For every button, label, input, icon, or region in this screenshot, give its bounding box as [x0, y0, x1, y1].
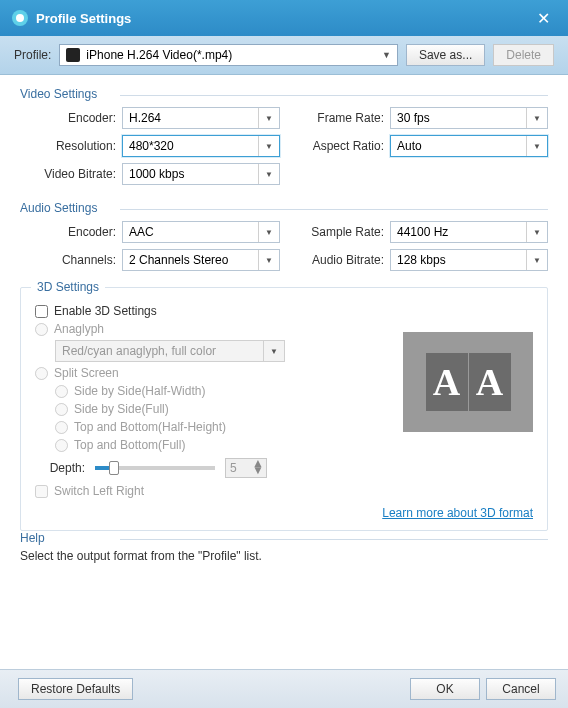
channels-select[interactable]: 2 Channels Stereo▼ — [122, 249, 280, 271]
audio-bitrate-label: Audio Bitrate: — [288, 253, 384, 267]
audio-settings-group: Audio Settings Encoder: AAC▼ Sample Rate… — [20, 201, 548, 271]
save-as-button[interactable]: Save as... — [406, 44, 485, 66]
close-icon[interactable]: ✕ — [531, 9, 556, 28]
resolution-label: Resolution: — [20, 139, 116, 153]
anaglyph-input — [35, 323, 48, 336]
chevron-down-icon: ▼ — [263, 341, 278, 361]
help-legend: Help — [20, 531, 53, 545]
device-icon — [66, 48, 80, 62]
framerate-select[interactable]: 30 fps▼ — [390, 107, 548, 129]
audio-encoder-select[interactable]: AAC▼ — [122, 221, 280, 243]
video-encoder-select[interactable]: H.264▼ — [122, 107, 280, 129]
profile-label: Profile: — [14, 48, 51, 62]
title-bar: Profile Settings ✕ — [0, 0, 568, 36]
footer-bar: Restore Defaults OK Cancel — [0, 669, 568, 708]
resolution-select[interactable]: 480*320▼ — [122, 135, 280, 157]
samplerate-select[interactable]: 44100 Hz▼ — [390, 221, 548, 243]
svg-point-0 — [16, 14, 24, 22]
chevron-down-icon: ▼ — [526, 136, 541, 156]
chevron-down-icon: ▼ — [258, 136, 273, 156]
anaglyph-mode-select: Red/cyan anaglyph, full color▼ — [55, 340, 285, 362]
channels-label: Channels: — [20, 253, 116, 267]
chevron-down-icon: ▼ — [258, 164, 273, 184]
audio-legend: Audio Settings — [20, 201, 105, 215]
depth-label: Depth: — [35, 461, 85, 475]
enable-3d-checkbox[interactable]: Enable 3D Settings — [35, 304, 533, 318]
app-icon — [12, 10, 28, 26]
window-title: Profile Settings — [36, 11, 531, 26]
video-settings-group: Video Settings Encoder: H.264▼ Frame Rat… — [20, 87, 548, 185]
chevron-down-icon: ▼ — [382, 50, 391, 60]
chevron-down-icon: ▼ — [258, 108, 273, 128]
video-bitrate-select[interactable]: 1000 kbps▼ — [122, 163, 280, 185]
audio-bitrate-select[interactable]: 128 kbps▼ — [390, 249, 548, 271]
video-bitrate-label: Video Bitrate: — [20, 167, 116, 181]
ok-button[interactable]: OK — [410, 678, 480, 700]
tb-full-radio: Top and Bottom(Full) — [55, 438, 533, 452]
help-text: Select the output format from the "Profi… — [20, 549, 548, 563]
video-legend: Video Settings — [20, 87, 105, 101]
chevron-down-icon: ▼ — [526, 250, 541, 270]
restore-defaults-button[interactable]: Restore Defaults — [18, 678, 133, 700]
aspect-select[interactable]: Auto▼ — [390, 135, 548, 157]
video-encoder-label: Encoder: — [20, 111, 116, 125]
preview-right: A — [469, 353, 511, 411]
3d-settings-group: 3D Settings Enable 3D Settings Anaglyph … — [20, 287, 548, 531]
switch-lr-checkbox: Switch Left Right — [35, 484, 533, 498]
preview-left: A — [426, 353, 468, 411]
delete-button: Delete — [493, 44, 554, 66]
depth-slider[interactable] — [95, 466, 215, 470]
profile-value: iPhone H.264 Video(*.mp4) — [86, 48, 232, 62]
learn-more-link[interactable]: Learn more about 3D format — [382, 506, 533, 520]
chevron-down-icon: ▼ — [526, 108, 541, 128]
aspect-label: Aspect Ratio: — [288, 139, 384, 153]
profile-bar: Profile: iPhone H.264 Video(*.mp4) ▼ Sav… — [0, 36, 568, 75]
help-group: Help Select the output format from the "… — [20, 531, 548, 563]
audio-encoder-label: Encoder: — [20, 225, 116, 239]
chevron-down-icon: ▼ — [526, 222, 541, 242]
depth-spinner: 5 ▲▼ — [225, 458, 267, 478]
chevron-down-icon: ▼ — [258, 222, 273, 242]
split-input — [35, 367, 48, 380]
profile-select[interactable]: iPhone H.264 Video(*.mp4) ▼ — [59, 44, 398, 66]
chevron-down-icon: ▼ — [258, 250, 273, 270]
framerate-label: Frame Rate: — [288, 111, 384, 125]
enable-3d-input[interactable] — [35, 305, 48, 318]
cancel-button[interactable]: Cancel — [486, 678, 556, 700]
samplerate-label: Sample Rate: — [288, 225, 384, 239]
slider-thumb[interactable] — [109, 461, 119, 475]
3d-legend: 3D Settings — [31, 280, 105, 294]
3d-preview: A A — [403, 332, 533, 432]
